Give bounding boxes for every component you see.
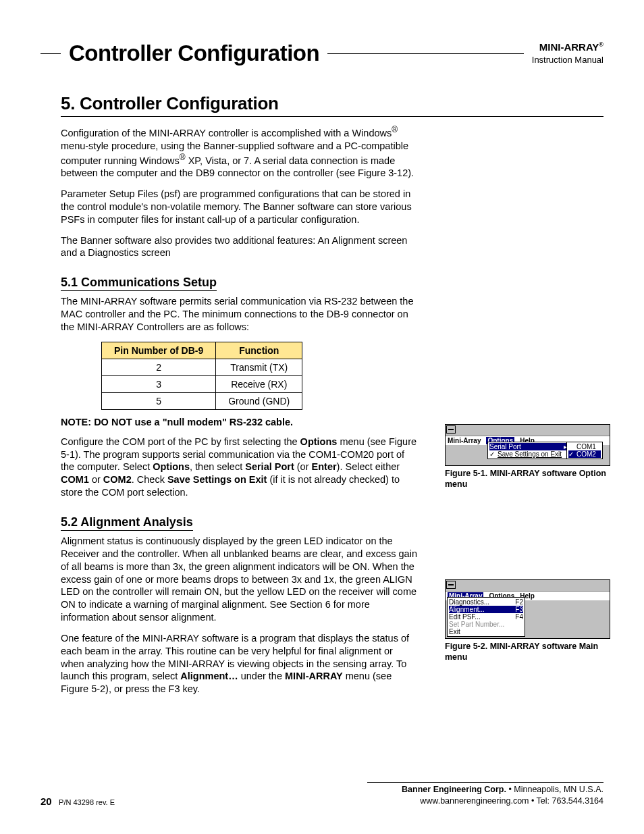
figure-caption: Figure 5-1. MINI-ARRAY software Option m… [445,469,610,490]
sysmenu-icon [446,581,456,589]
menu-serial-port[interactable]: Serial Port▸ [489,443,567,450]
table-row: 3Receive (RX) [102,375,302,392]
section-heading: 5. Controller Configuration [61,93,603,117]
menu-com1[interactable]: COM1 [568,443,601,450]
footer-right: Banner Engineering Corp. • Minneapolis, … [367,782,603,807]
menu-exit[interactable]: Exit [449,628,523,635]
sub-heading-5-2: 5.2 Alignment Analysis [61,515,193,531]
menu-alignment[interactable]: Alignment...F3 [449,606,523,613]
table-row: 5Ground (GND) [102,392,302,409]
menu-set-part-number: Set Part Number... [449,621,523,628]
page-title: Controller Configuration [69,41,319,66]
figure-caption: Figure 5-2. MINI-ARRAY software Main men… [445,642,610,662]
th-fn: Function [216,342,302,359]
menu-mini-array[interactable]: Mini-Array [448,437,481,444]
db9-table: Pin Number of DB-9 Function 2Transmit (T… [101,342,302,410]
footer-left: 20 P/N 43298 rev. E [41,796,115,807]
figure-5-1: Mini-Array Options Help Serial Port▸ ✓Sa… [445,424,610,490]
doc-subtitle: Instruction Manual [532,55,603,65]
sub-heading-5-1: 5.1 Communications Setup [61,276,217,291]
header-right: MINI-ARRAY® Instruction Manual [532,41,603,66]
brand-name: MINI-ARRAY [539,41,599,53]
th-pin: Pin Number of DB-9 [102,342,216,359]
table-row: 2Transmit (TX) [102,359,302,375]
figure-5-2: Mini-Array Options Help Diagnostics...F2… [445,579,610,662]
menu-com2[interactable]: ✓COM2 [568,450,601,458]
page-header: Controller Configuration MINI-ARRAY® Ins… [41,41,603,66]
menu-diagnostics[interactable]: Diagnostics...F2 [449,598,523,606]
menu-save-settings[interactable]: ✓Save Settings on Exit [489,450,567,458]
sysmenu-icon [446,425,456,434]
menu-edit-psf[interactable]: Edit PSF...F4 [449,613,523,621]
